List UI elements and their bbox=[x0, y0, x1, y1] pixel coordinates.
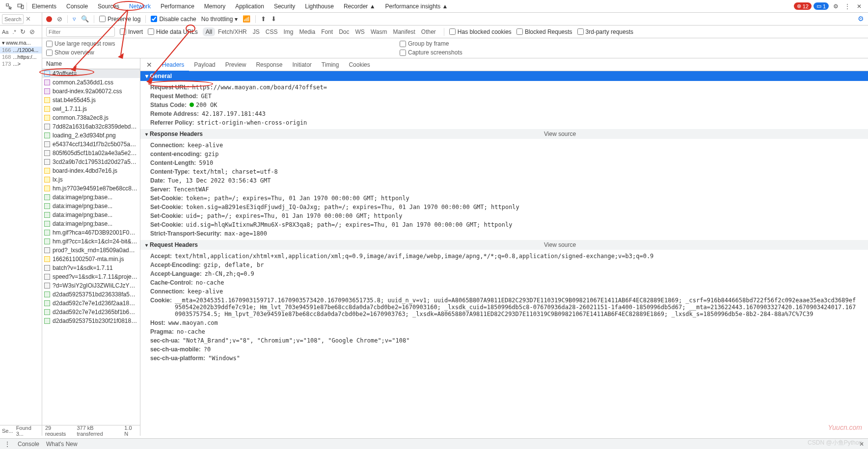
view-source-request[interactable]: View source bbox=[544, 241, 576, 248]
refresh-icon[interactable]: ↻ bbox=[20, 28, 26, 35]
tab-lighthouse[interactable]: Lighthouse bbox=[300, 0, 339, 12]
detail-tab-initiator[interactable]: Initiator bbox=[287, 59, 316, 71]
tab-sources[interactable]: Sources bbox=[93, 0, 124, 12]
export-har-icon[interactable]: ⬇ bbox=[271, 15, 276, 23]
request-row[interactable]: hm.gif?cc=1&ck=1&cl=24-bit&ds=1... bbox=[42, 237, 140, 246]
network-settings-icon[interactable]: ⚙ bbox=[858, 15, 864, 23]
request-row[interactable]: board-index.4dbd7e16.js bbox=[42, 166, 140, 175]
match-case-toggle[interactable]: Aa bbox=[2, 29, 8, 35]
section-response-headers[interactable]: ▾Response HeadersView source bbox=[140, 129, 868, 139]
filter-type-img[interactable]: Img bbox=[280, 27, 296, 36]
tab-performance[interactable]: Performance bbox=[156, 0, 199, 12]
close-devtools-icon[interactable]: ✕ bbox=[853, 0, 865, 12]
request-row[interactable]: speed?v=1&sdk=1.7.11&project=co... bbox=[42, 272, 140, 281]
request-row[interactable]: d2dad59253751b230f21f0818a5bfd4... bbox=[42, 317, 140, 325]
request-row[interactable]: 7dd82a16316ab32c8359debdb04396... bbox=[42, 122, 140, 131]
large-rows-checkbox[interactable]: Use large request rows bbox=[46, 40, 392, 47]
search-result-row[interactable]: 173...> bbox=[0, 60, 42, 67]
tab-network[interactable]: Network bbox=[124, 0, 156, 12]
filter-type-css[interactable]: CSS bbox=[263, 27, 281, 36]
request-row[interactable]: common.2a536dd1.css bbox=[42, 78, 140, 87]
group-by-frame-checkbox[interactable]: Group by frame bbox=[400, 40, 462, 47]
filter-type-other[interactable]: Other bbox=[418, 27, 439, 36]
blocked-cookies-checkbox[interactable]: Has blocked cookies bbox=[449, 28, 512, 35]
request-row[interactable]: data:image/png;base... bbox=[42, 211, 140, 219]
detail-tab-response[interactable]: Response bbox=[251, 59, 287, 71]
request-row[interactable]: data:image/png;base... bbox=[42, 219, 140, 228]
search-result-row[interactable]: 168...https:/... bbox=[0, 53, 42, 60]
request-row[interactable]: loading_2.e3d934bf.png bbox=[42, 131, 140, 140]
request-row[interactable]: batch?v=1&sdk=1.7.11 bbox=[42, 264, 140, 272]
filter-toggle-icon[interactable]: ▿ bbox=[73, 15, 76, 23]
tab-security[interactable]: Security bbox=[269, 0, 300, 12]
hide-data-urls-checkbox[interactable]: Hide data URLs bbox=[148, 28, 198, 35]
tree-file[interactable]: ▾www.ma... bbox=[0, 39, 42, 47]
request-row[interactable]: common.738a2ec8.js bbox=[42, 113, 140, 122]
request-row[interactable]: d2dad592c7e7e1d236f2aa1811a8a64... bbox=[42, 299, 140, 308]
device-toggle-icon[interactable] bbox=[15, 0, 27, 12]
request-row[interactable]: data:image/png;base... bbox=[42, 193, 140, 202]
request-row[interactable]: data:image/png;base... bbox=[42, 202, 140, 211]
settings-icon[interactable]: ⚙ bbox=[830, 0, 841, 12]
preserve-log-checkbox[interactable]: Preserve log bbox=[99, 16, 140, 23]
drawer-whatsnew-tab[interactable]: What's New bbox=[46, 441, 78, 448]
blocked-requests-checkbox[interactable]: Blocked Requests bbox=[516, 28, 572, 35]
more-icon[interactable]: ⋮ bbox=[841, 0, 853, 12]
tab-elements[interactable]: Elements bbox=[27, 0, 61, 12]
detail-tab-headers[interactable]: Headers bbox=[157, 59, 189, 72]
issues-badge[interactable]: ▭ 1 bbox=[814, 2, 829, 10]
clear-icon[interactable]: ⊘ bbox=[57, 15, 62, 23]
section-request-headers[interactable]: ▾Request HeadersView source bbox=[140, 240, 868, 250]
request-row[interactable]: board-index.92a06072.css bbox=[42, 87, 140, 96]
detail-tab-payload[interactable]: Payload bbox=[189, 59, 220, 71]
detail-tab-cookies[interactable]: Cookies bbox=[344, 59, 375, 71]
request-row[interactable]: stat.b4e55d45.js bbox=[42, 96, 140, 105]
section-general[interactable]: ▾ General bbox=[140, 71, 868, 81]
screenshots-checkbox[interactable]: Capture screenshots bbox=[400, 49, 462, 56]
show-overview-checkbox[interactable]: Show overview bbox=[46, 49, 392, 56]
clear-search-icon[interactable]: ✕ bbox=[26, 15, 31, 23]
filter-input[interactable] bbox=[46, 27, 115, 37]
filter-type-ws[interactable]: WS bbox=[353, 27, 368, 36]
throttling-select[interactable]: No throttling ▾ bbox=[201, 16, 238, 23]
tab-recorder[interactable]: Recorder ▲ bbox=[339, 0, 380, 12]
tab-console[interactable]: Console bbox=[61, 0, 93, 12]
request-row[interactable]: e54374ccf134d1f7b2c5b075a74fca52... bbox=[42, 140, 140, 149]
invert-checkbox[interactable]: Invert bbox=[120, 28, 143, 35]
request-row[interactable]: hm.gif?hca=467D3B92001F075E&cc... bbox=[42, 228, 140, 237]
drawer-console-tab[interactable]: Console bbox=[18, 441, 39, 448]
view-source-response[interactable]: View source bbox=[544, 131, 576, 137]
third-party-checkbox[interactable]: 3rd-party requests bbox=[577, 28, 633, 35]
request-list-header[interactable]: Name bbox=[42, 58, 140, 69]
filter-type-font[interactable]: Font bbox=[318, 27, 336, 36]
filter-type-fetchxhr[interactable]: Fetch/XHR bbox=[215, 27, 250, 36]
request-row[interactable]: d2dad592c7e7e1d2365bf1b63cd259... bbox=[42, 308, 140, 317]
tab-application[interactable]: Application bbox=[230, 0, 269, 12]
drawer-menu-icon[interactable]: ⋮ bbox=[4, 440, 11, 448]
detail-tab-preview[interactable]: Preview bbox=[220, 59, 251, 71]
disable-cache-checkbox[interactable]: Disable cache bbox=[151, 16, 196, 23]
filter-type-manifest[interactable]: Manifest bbox=[390, 27, 418, 36]
request-row[interactable]: hm.js?703e94591e87be68cc8da0da7... bbox=[42, 184, 140, 193]
request-row[interactable]: ?d=W3siY2gIOiJ3ZWIiLCJzYyI6IjE5Mj... bbox=[42, 281, 140, 290]
request-row[interactable]: 1662611002507-mta.min.js bbox=[42, 255, 140, 264]
error-badge[interactable]: ⊗ 12 bbox=[794, 2, 812, 10]
request-row[interactable]: d2dad59253751bd236338fa5bd5a27... bbox=[42, 290, 140, 299]
request-row[interactable]: 3cd2a9b7dc179531d20d27a5fd686e... bbox=[42, 158, 140, 166]
request-row[interactable]: 4?offset= bbox=[42, 69, 140, 78]
search-toggle-icon[interactable]: 🔍 bbox=[81, 15, 89, 23]
request-row[interactable]: owl_1.7.11.js bbox=[42, 105, 140, 113]
filter-type-doc[interactable]: Doc bbox=[336, 27, 352, 36]
network-conditions-icon[interactable]: 📶 bbox=[243, 15, 250, 23]
request-row[interactable]: 805f605d5cf1b1a02a4e3a5e29df003... bbox=[42, 149, 140, 158]
filter-type-js[interactable]: JS bbox=[250, 27, 263, 36]
import-har-icon[interactable]: ⬆ bbox=[261, 15, 266, 23]
filter-type-wasm[interactable]: Wasm bbox=[368, 27, 390, 36]
detail-tab-timing[interactable]: Timing bbox=[317, 59, 344, 71]
search-input[interactable] bbox=[2, 14, 24, 24]
tab-memory[interactable]: Memory bbox=[199, 0, 230, 12]
inspect-element-icon[interactable] bbox=[3, 0, 15, 12]
record-button[interactable] bbox=[46, 16, 52, 22]
request-row[interactable]: lx.js bbox=[42, 175, 140, 184]
cancel-icon[interactable]: ⊘ bbox=[29, 28, 35, 35]
